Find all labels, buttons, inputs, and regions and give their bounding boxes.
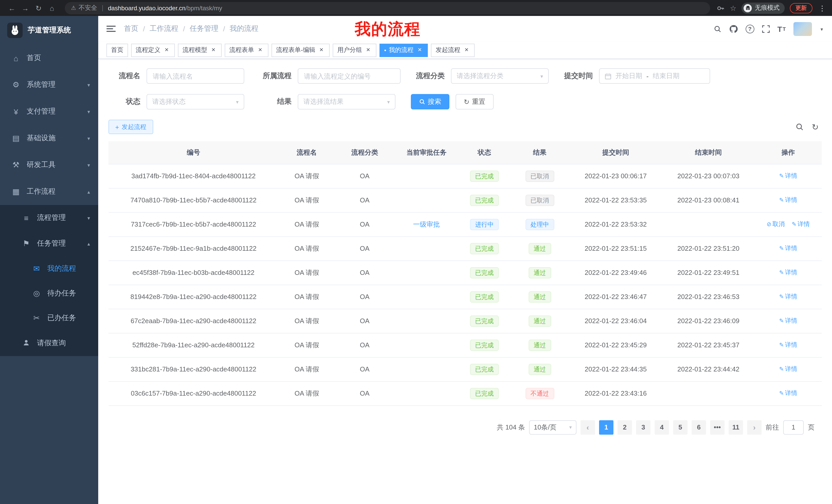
close-icon[interactable]: ×	[257, 47, 264, 54]
breadcrumb-item-workflow[interactable]: 工作流程	[150, 24, 178, 33]
user-avatar[interactable]	[794, 22, 812, 36]
home-icon[interactable]: ⌂	[45, 1, 59, 15]
status-badge: 已完成	[470, 315, 499, 327]
active-dot-icon: ●	[384, 48, 386, 52]
detail-link[interactable]: ✎详情	[779, 196, 797, 203]
search-toggle-icon[interactable]	[795, 123, 803, 131]
search-icon[interactable]	[714, 25, 722, 33]
process-name-label: 流程名	[108, 72, 140, 81]
date-range-picker[interactable]: 开始日期 - 结束日期	[599, 68, 710, 84]
close-icon[interactable]: ×	[210, 47, 217, 54]
forward-icon[interactable]: →	[19, 1, 32, 15]
chevron-down-icon: ▾	[236, 99, 239, 105]
sidebar-item-process-mgmt[interactable]: ≡ 流程管理 ▾	[0, 205, 98, 231]
help-icon[interactable]: ?	[746, 24, 754, 33]
sidebar-item-done-tasks[interactable]: ✂ 已办任务	[0, 306, 98, 330]
tab-process-form[interactable]: 流程表单 ×	[225, 44, 268, 57]
page-ellipsis[interactable]: •••	[710, 420, 725, 435]
filter-row-2: 状态 请选择状态 ▾ 结果 请选择流结果 ▾	[108, 94, 822, 109]
breadcrumb-item-task-mgmt[interactable]: 任务管理	[190, 24, 218, 33]
github-icon[interactable]	[729, 24, 738, 33]
detail-link[interactable]: ✎详情	[791, 220, 810, 228]
update-button[interactable]: 更新	[790, 3, 812, 13]
page-button-6[interactable]: 6	[692, 420, 706, 435]
reload-icon[interactable]: ↻	[32, 1, 45, 15]
process-name-input[interactable]	[147, 68, 244, 84]
tab-my-process[interactable]: ● 我的流程 ×	[380, 44, 428, 57]
sidebar-item-my-process[interactable]: ✉ 我的流程	[0, 256, 98, 281]
sidebar-item-payment[interactable]: ¥ 支付管理 ▾	[0, 98, 98, 125]
tab-process-model[interactable]: 流程模型 ×	[178, 44, 222, 57]
page-button-3[interactable]: 3	[636, 420, 650, 435]
password-key-icon[interactable]	[717, 4, 725, 12]
scissors-icon: ✂	[31, 313, 42, 323]
page-button-4[interactable]: 4	[655, 420, 669, 435]
hamburger-icon[interactable]	[106, 26, 116, 32]
page-button-1[interactable]: 1	[599, 420, 614, 435]
category-select[interactable]: 请选择流程分类 ▾	[451, 68, 549, 84]
detail-link[interactable]: ✎详情	[779, 365, 797, 372]
chevron-up-icon: ▴	[87, 241, 90, 246]
next-page-button[interactable]: ›	[747, 420, 761, 435]
goto-page-input[interactable]	[783, 420, 804, 435]
navbar-tools: ? TT ▼	[714, 22, 824, 36]
bookmark-star-icon[interactable]: ☆	[730, 4, 736, 12]
app-logo[interactable]: 芋道管理系统	[0, 16, 98, 45]
sidebar-item-system[interactable]: ⚙ 系统管理 ▾	[0, 72, 98, 98]
tab-start-process[interactable]: 发起流程 ×	[431, 44, 475, 57]
detail-link[interactable]: ✎详情	[779, 269, 797, 276]
search-button[interactable]: 搜索	[411, 94, 449, 109]
cancel-link[interactable]: ⊘取消	[767, 220, 785, 228]
close-icon[interactable]: ×	[318, 47, 325, 54]
sidebar-item-todo-tasks[interactable]: ◎ 待办任务	[0, 281, 98, 306]
prev-page-button[interactable]: ‹	[580, 420, 595, 435]
page-button-11[interactable]: 11	[729, 420, 743, 435]
browser-menu-icon[interactable]: ⋮	[817, 4, 827, 12]
status-badge: 已完成	[470, 388, 499, 399]
sidebar-item-home[interactable]: ⌂ 首页	[0, 45, 98, 72]
breadcrumb-separator: /	[183, 25, 185, 33]
reset-button[interactable]: ↻ 重置	[456, 94, 494, 109]
sidebar-item-task-mgmt[interactable]: ⚑ 任务管理 ▴	[0, 231, 98, 256]
text-size-icon[interactable]: TT	[778, 24, 786, 33]
breadcrumb-item-home[interactable]: 首页	[124, 24, 138, 33]
tab-home[interactable]: 首页	[106, 44, 128, 57]
page-button-2[interactable]: 2	[618, 420, 632, 435]
table-row: 67c2eaab-7b9a-11ec-a290-acde48001122 OA …	[108, 309, 822, 333]
create-process-button[interactable]: + 发起流程	[108, 120, 153, 134]
detail-link[interactable]: ✎详情	[779, 389, 797, 397]
detail-link[interactable]: ✎详情	[779, 317, 797, 324]
caret-down-icon[interactable]: ▼	[820, 27, 824, 32]
tab-process-definition[interactable]: 流程定义 ×	[131, 44, 175, 57]
security-label[interactable]: 不安全	[79, 4, 97, 12]
detail-link[interactable]: ✎详情	[779, 172, 797, 179]
sidebar-item-devtools[interactable]: ⚒ 研发工具 ▾	[0, 151, 98, 178]
col-category: 流程分类	[335, 141, 394, 164]
parent-process-input[interactable]	[298, 68, 400, 84]
close-icon[interactable]: ×	[163, 47, 170, 54]
tab-user-group[interactable]: 用户分组 ×	[333, 44, 376, 57]
detail-link[interactable]: ✎详情	[779, 293, 797, 300]
refresh-icon[interactable]: ↻	[812, 122, 818, 132]
tab-process-form-edit[interactable]: 流程表单-编辑 ×	[271, 44, 330, 57]
back-icon[interactable]: ←	[5, 1, 19, 15]
address-bar[interactable]: ⚠ 不安全 dashboard.yudao.iocoder.cn /bpm/ta…	[65, 2, 710, 14]
sidebar-item-leave-query[interactable]: 请假查询	[0, 330, 98, 356]
close-icon[interactable]: ×	[365, 47, 372, 54]
end-date-placeholder: 结束日期	[653, 72, 679, 81]
detail-link[interactable]: ✎详情	[779, 245, 797, 252]
sidebar-item-infra[interactable]: ▤ 基础设施 ▾	[0, 125, 98, 151]
close-icon[interactable]: ×	[463, 47, 470, 54]
home-icon: ⌂	[10, 54, 22, 62]
status-select[interactable]: 请选择状态 ▾	[147, 94, 244, 109]
sidebar-item-workflow[interactable]: ▦ 工作流程 ▴	[0, 178, 98, 205]
detail-link[interactable]: ✎详情	[779, 341, 797, 348]
table-row: 52ffd28e-7b9a-11ec-a290-acde48001122 OA …	[108, 333, 822, 357]
close-icon[interactable]: ×	[416, 47, 423, 54]
chevron-down-icon: ▾	[569, 424, 572, 430]
top-navbar: 首页 / 工作流程 / 任务管理 / 我的流程 ?	[98, 16, 832, 41]
fullscreen-icon[interactable]	[762, 25, 770, 33]
page-button-5[interactable]: 5	[673, 420, 687, 435]
result-select[interactable]: 请选择流结果 ▾	[298, 94, 395, 109]
page-size-select[interactable]: 10条/页 ▾	[529, 420, 576, 435]
